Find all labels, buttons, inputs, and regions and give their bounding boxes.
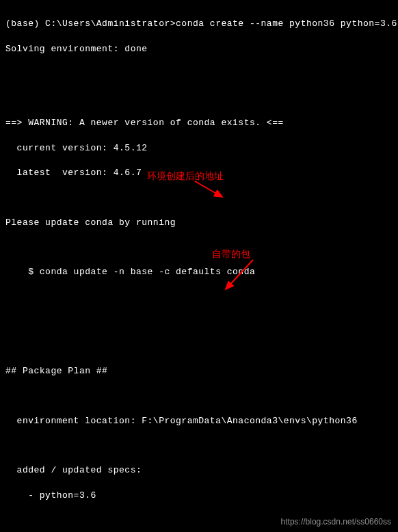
spec-python: - python=3.6 xyxy=(5,490,393,502)
warning-header: ==> WARNING: A newer version of conda ex… xyxy=(5,117,393,129)
terminal-output: (base) C:\Users\Administrator>conda crea… xyxy=(5,5,393,532)
watermark-text: https://blog.csdn.net/ss0660ss xyxy=(281,516,391,528)
annotation-env-address: 环境创建后的地址 xyxy=(147,170,224,183)
update-message: Please update conda by running xyxy=(5,217,393,229)
added-updated-specs: added / updated specs: xyxy=(5,464,393,477)
update-command: $ conda update -n base -c defaults conda xyxy=(5,266,393,278)
solving-status: Solving environment: done xyxy=(5,43,393,55)
environment-location: environment location: F:\ProgramData\Ana… xyxy=(5,415,393,427)
warning-current-version: current version: 4.5.12 xyxy=(5,142,393,155)
package-plan-header: ## Package Plan ## xyxy=(5,365,393,377)
annotation-builtin-packages: 自带的包 xyxy=(212,248,250,261)
command-prompt: (base) C:\Users\Administrator>conda crea… xyxy=(5,18,393,30)
